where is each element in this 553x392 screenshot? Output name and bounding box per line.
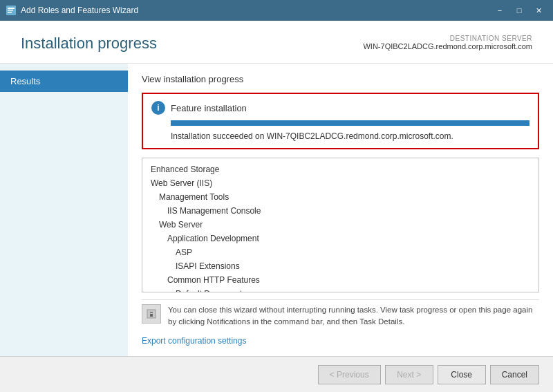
feature-status: Installation succeeded on WIN-7QIBC2LADC… (171, 131, 529, 141)
list-item: IIS Management Console (142, 204, 538, 218)
feature-list-container[interactable]: Enhanced StorageWeb Server (IIS)Manageme… (142, 158, 539, 292)
titlebar: Add Roles and Features Wizard − □ ✕ (0, 0, 553, 21)
destination-label: DESTINATION SERVER (363, 35, 532, 42)
destination-name: WIN-7QIBC2LADCG.redmond.corp.microsoft.c… (363, 42, 532, 50)
progress-bar-fill (171, 120, 529, 126)
previous-button[interactable]: < Previous (318, 365, 381, 384)
list-item: Web Server (142, 218, 538, 232)
svg-rect-3 (8, 12, 12, 13)
sidebar-item-results[interactable]: Results (0, 71, 128, 92)
svg-rect-6 (150, 314, 153, 317)
sidebar: Results (0, 64, 128, 356)
feature-list: Enhanced StorageWeb Server (IIS)Manageme… (142, 158, 538, 292)
wizard-icon (6, 5, 17, 16)
cancel-button[interactable]: Cancel (490, 365, 539, 384)
info-icon: i (151, 101, 165, 115)
titlebar-title: Add Roles and Features Wizard (21, 6, 138, 15)
list-item: ISAPI Extensions (142, 259, 538, 273)
list-item: Common HTTP Features (142, 273, 538, 287)
wizard: Installation progress DESTINATION SERVER… (0, 21, 553, 392)
titlebar-close-button[interactable]: ✕ (529, 3, 547, 17)
feature-header: i Feature installation (151, 101, 529, 115)
content-subtitle: View installation progress (142, 74, 539, 84)
close-button[interactable]: Close (438, 365, 486, 384)
maximize-button[interactable]: □ (510, 3, 528, 17)
export-link[interactable]: Export configuration settings (142, 336, 539, 346)
svg-rect-2 (8, 10, 13, 11)
list-item: Web Server (IIS) (142, 176, 538, 190)
list-item: Default Document (142, 287, 538, 292)
wizard-footer: < Previous Next > Close Cancel (0, 356, 553, 392)
feature-installation-box: i Feature installation Installation succ… (142, 93, 539, 149)
notice-area: You can close this wizard without interr… (142, 299, 539, 333)
feature-title: Feature installation (171, 103, 247, 113)
svg-rect-5 (150, 312, 153, 313)
wizard-header: Installation progress DESTINATION SERVER… (0, 21, 553, 64)
next-button[interactable]: Next > (385, 365, 433, 384)
notice-icon (142, 304, 161, 324)
content-area: View installation progress i Feature ins… (128, 64, 553, 356)
list-item: Enhanced Storage (142, 162, 538, 176)
titlebar-left: Add Roles and Features Wizard (6, 5, 138, 16)
wizard-body: Results View installation progress i Fea… (0, 64, 553, 356)
list-item: Application Development (142, 232, 538, 245)
progress-bar-container (171, 120, 529, 126)
destination-server: DESTINATION SERVER WIN-7QIBC2LADCG.redmo… (363, 35, 532, 50)
notice-text: You can close this wizard without interr… (168, 304, 539, 328)
svg-rect-1 (8, 8, 15, 9)
list-item: ASP (142, 245, 538, 259)
titlebar-controls: − □ ✕ (491, 3, 547, 17)
minimize-button[interactable]: − (491, 3, 509, 17)
list-item: Management Tools (142, 190, 538, 204)
page-title: Installation progress (21, 35, 157, 53)
